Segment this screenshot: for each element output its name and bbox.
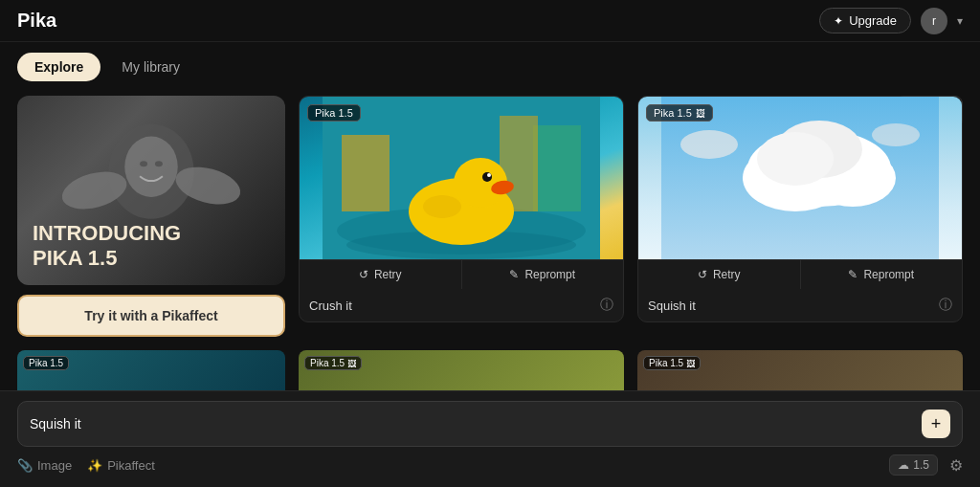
video-label-duck: Crush it ⓘ	[300, 289, 623, 321]
info-icon-sky[interactable]: ⓘ	[939, 297, 952, 314]
wand-icon: ✨	[87, 458, 102, 473]
image-icon-right: 🖼	[686, 359, 695, 368]
try-pikaffect-button[interactable]: Try it with a Pikaffect	[17, 295, 285, 337]
retry-button-duck[interactable]: ↺ Retry	[300, 260, 462, 289]
svg-point-5	[155, 161, 163, 166]
featured-title-line1: INTRODUCING	[33, 221, 270, 245]
avatar[interactable]: r	[921, 8, 947, 34]
video-thumbnail-duck: Pika 1.5	[300, 97, 623, 259]
main-content: INTRODUCING PIKA 1.5 Try it with a Pikaf…	[0, 92, 980, 350]
version-badge[interactable]: ☁ 1.5	[889, 454, 938, 476]
reprompt-button-sky[interactable]: ✎ Reprompt	[801, 260, 963, 289]
nav-bar: Explore My library ⊞ ☰	[0, 42, 980, 92]
prompt-bar: + 📎 Image ✨ Pikaffect ☁ 1.5 ⚙	[0, 390, 980, 487]
video-card-sky: Pika 1.5 🖼 ↺ Retry ✎ Reprompt Squish i	[637, 96, 963, 322]
prompt-input[interactable]	[30, 416, 922, 432]
svg-rect-10	[533, 125, 581, 211]
cloud-icon: ☁	[898, 458, 909, 472]
prompt-input-row: +	[17, 401, 963, 447]
retry-icon-sky: ↺	[698, 268, 707, 281]
header: Pika ✦ Upgrade r ▾	[0, 0, 980, 42]
pika-badge-text-sky: Pika 1.5	[654, 107, 692, 119]
star-icon: ✦	[834, 14, 843, 28]
toolbar-right: ☁ 1.5 ⚙	[889, 454, 963, 476]
paperclip-icon: 📎	[17, 458, 33, 473]
pikaffect-toolbar-item[interactable]: ✨ Pikaffect	[87, 458, 155, 473]
logo: Pika	[17, 10, 56, 32]
tab-group: Explore My library	[17, 53, 197, 81]
featured-overlay: INTRODUCING PIKA 1.5	[17, 206, 285, 285]
edit-icon-sky: ✎	[848, 268, 858, 281]
video-actions-sky: ↺ Retry ✎ Reprompt	[638, 259, 962, 289]
settings-icon[interactable]: ⚙	[949, 456, 963, 475]
reprompt-button-duck[interactable]: ✎ Reprompt	[462, 260, 624, 289]
pika-badge-sky: Pika 1.5 🖼	[646, 104, 713, 122]
video-card-row: Pika 1.5 ↺ Retry ✎ Reprompt Crush it ⓘ	[299, 96, 963, 322]
prompt-plus-button[interactable]: +	[922, 410, 950, 438]
svg-point-17	[423, 195, 461, 218]
retry-button-sky[interactable]: ↺ Retry	[638, 260, 801, 289]
image-toolbar-item[interactable]: 📎 Image	[17, 458, 72, 473]
svg-point-15	[482, 172, 492, 182]
svg-point-4	[140, 161, 147, 166]
image-icon-sky: 🖼	[696, 108, 705, 119]
svg-point-23	[757, 132, 834, 186]
featured-section: INTRODUCING PIKA 1.5 Try it with a Pikaf…	[17, 96, 285, 337]
info-icon-duck[interactable]: ⓘ	[600, 297, 613, 314]
tab-my-library[interactable]: My library	[104, 53, 197, 81]
pika-badge-duck: Pika 1.5	[307, 104, 361, 122]
chevron-down-icon[interactable]: ▾	[957, 14, 963, 28]
bottom-badge-center: Pika 1.5 🖼	[304, 356, 362, 370]
retry-icon-duck: ↺	[359, 268, 368, 281]
svg-point-3	[124, 137, 177, 197]
image-icon-center: 🖼	[347, 359, 356, 368]
featured-image: INTRODUCING PIKA 1.5	[17, 96, 285, 285]
bottom-badge-right: Pika 1.5 🖼	[643, 356, 701, 370]
tab-explore[interactable]: Explore	[17, 53, 100, 81]
header-right: ✦ Upgrade r ▾	[819, 8, 963, 34]
video-actions-duck: ↺ Retry ✎ Reprompt	[300, 259, 623, 289]
svg-point-25	[872, 123, 920, 146]
video-label-sky: Squish it ⓘ	[638, 289, 962, 321]
svg-rect-9	[342, 135, 390, 211]
prompt-toolbar: 📎 Image ✨ Pikaffect ☁ 1.5 ⚙	[17, 454, 963, 476]
upgrade-button[interactable]: ✦ Upgrade	[819, 8, 911, 33]
bottom-badge-left: Pika 1.5	[23, 356, 69, 370]
edit-icon-duck: ✎	[509, 268, 519, 281]
video-cards-section: Pika 1.5 ↺ Retry ✎ Reprompt Crush it ⓘ	[299, 96, 963, 337]
svg-point-24	[680, 130, 738, 159]
video-card-duck: Pika 1.5 ↺ Retry ✎ Reprompt Crush it ⓘ	[299, 96, 624, 322]
featured-title-line2: PIKA 1.5	[33, 246, 270, 270]
svg-point-16	[487, 173, 491, 177]
video-thumbnail-sky: Pika 1.5 🖼	[638, 97, 962, 259]
pika-badge-text-duck: Pika 1.5	[315, 107, 353, 119]
